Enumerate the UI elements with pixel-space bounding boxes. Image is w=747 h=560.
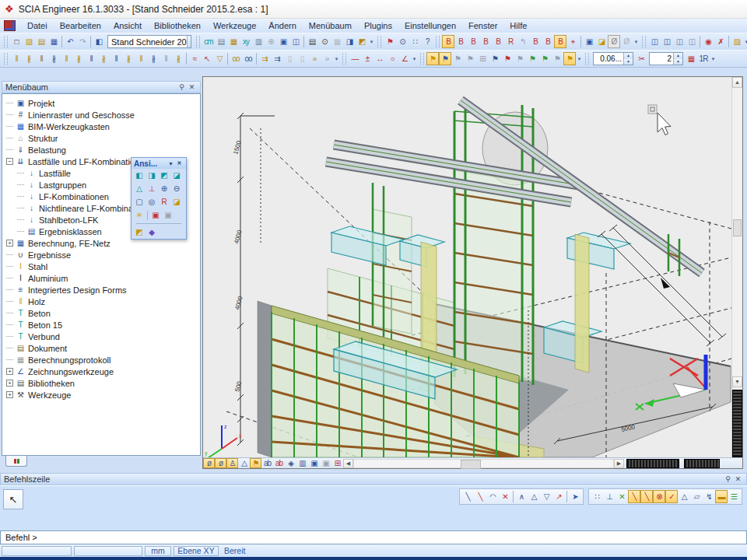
generator-a-button[interactable]: ⇉ xyxy=(258,52,271,65)
clip-plane-1-button[interactable]: ø xyxy=(203,458,215,468)
menu-ndern[interactable]: Ändern xyxy=(262,20,302,31)
close-icon[interactable]: ✕ xyxy=(187,83,197,91)
mesh-view-button[interactable]: ◈ xyxy=(285,458,296,468)
line-mode-red-button[interactable]: ╲ xyxy=(474,490,486,503)
load-step-up-button[interactable]: ▲ xyxy=(674,53,682,59)
tree-item-holz[interactable]: ‖Holz xyxy=(2,296,200,307)
tree-item-belastung[interactable]: ⇓Belastung xyxy=(2,144,200,156)
section-view-button[interactable]: ▥ xyxy=(296,458,308,468)
display-scale[interactable]: 0.06...▲▼ xyxy=(593,52,633,65)
scroll-right-button[interactable]: ▶ xyxy=(614,459,624,468)
paste-view-button[interactable]: ◫ xyxy=(289,35,302,48)
vertical-scroll-thumb[interactable] xyxy=(733,219,742,236)
view-plane-1-button[interactable]: ⚑ xyxy=(426,52,439,65)
toolbar-overflow[interactable]: ▾ xyxy=(743,39,747,45)
toolbar-overflow[interactable]: ▾ xyxy=(710,56,717,62)
cut-tool-button[interactable]: ✂ xyxy=(635,52,647,65)
grid-snap-button[interactable]: ∷ xyxy=(591,490,603,503)
menu-datei[interactable]: Datei xyxy=(21,20,54,31)
pin-icon[interactable]: ⚲ xyxy=(723,475,733,483)
filter-materials-button[interactable]: ‖ xyxy=(160,52,172,65)
visibility-workplane-button[interactable]: B xyxy=(554,35,566,48)
copy-add-view-button[interactable]: ◫ xyxy=(673,35,686,48)
expand-expander[interactable]: + xyxy=(6,368,13,375)
docked-grip-2[interactable] xyxy=(684,459,720,468)
select-previous-button[interactable]: oo xyxy=(230,52,242,65)
tree-item-berechnungsprotokoll[interactable]: ▦Berechnungsprotokoll xyxy=(2,354,200,366)
cursor-tracking-button[interactable]: ➤ xyxy=(569,490,581,503)
filter-load-panels-button[interactable]: ‖ xyxy=(85,52,97,65)
delete-mode-button[interactable]: ✕ xyxy=(499,490,511,503)
table-delete-button[interactable]: ▦ xyxy=(685,52,697,65)
numbering-button[interactable]: 1R xyxy=(697,52,710,65)
labels-on-button[interactable]: ab xyxy=(261,458,273,468)
snapshot-print-button[interactable]: ▣ xyxy=(162,209,174,221)
zoom-in-button[interactable]: ⊕ xyxy=(158,183,170,194)
select-polygon-button[interactable]: ▽ xyxy=(213,52,226,65)
tree-item-projekt[interactable]: ▣Projekt xyxy=(2,97,200,109)
filter-supports-button[interactable]: ∦ xyxy=(47,52,60,65)
display-scale-down-button[interactable]: ▼ xyxy=(624,59,633,65)
filter-layers-button[interactable]: ‖ xyxy=(135,52,147,65)
ortho-snap-button[interactable]: ⊥ xyxy=(603,490,615,503)
arc-mode-button[interactable]: ◠ xyxy=(486,490,499,503)
new-project-button[interactable]: □ xyxy=(10,35,23,48)
filter-cross-sections-button[interactable]: ∦ xyxy=(147,52,160,65)
window-layout-button[interactable]: ◧ xyxy=(93,35,105,48)
save-project-button[interactable]: ▦ xyxy=(47,35,60,48)
window-colored-button[interactable]: ▣ xyxy=(308,458,320,468)
view-plane-4-button[interactable]: ⚑ xyxy=(464,52,476,65)
tree-item-zeichnungswerkzeuge[interactable]: +∠Zeichnungswerkzeuge xyxy=(2,366,200,377)
filter-hinges-button[interactable]: ‖ xyxy=(60,52,72,65)
face-snap-button[interactable]: ▽ xyxy=(540,490,552,503)
tree-item-bim-werkzeugkasten[interactable]: ▦BIM-Werkzeugkasten xyxy=(2,121,200,132)
view-plane-2-button[interactable]: ⚑ xyxy=(439,52,451,65)
scroll-left-button[interactable]: ◀ xyxy=(343,459,353,468)
filter-misc-button[interactable]: ∦ xyxy=(172,52,184,65)
endpoint-snap-button[interactable]: ╲ xyxy=(628,490,640,503)
menu-werkzeuge[interactable]: Werkzeuge xyxy=(207,20,262,31)
model-3d-canvas[interactable]: 1500 4000 4000 500 5000 z xyxy=(203,77,733,457)
vertical-scrollbar[interactable]: ▲ ▼ xyxy=(731,77,742,457)
ansicht-floating-toolbar[interactable]: Ansi... ▼ ✕ ◧◨◩◪△⊥⊕⊖▢◎R◪☀▣▣◩◆ xyxy=(131,157,187,240)
horizontal-scroll-thumb[interactable] xyxy=(461,460,481,469)
visibility-layer-button[interactable]: B xyxy=(454,35,467,48)
point-grid-button[interactable]: ∷ xyxy=(409,35,421,48)
transparent-mode-button[interactable]: Ø xyxy=(620,35,633,48)
visibility-add-selection-button[interactable]: B xyxy=(467,35,479,48)
docked-grip-vertical[interactable] xyxy=(732,390,742,457)
tree-item-stahl[interactable]: ⅠStahl xyxy=(2,261,200,272)
filter-loads-button[interactable]: ∦ xyxy=(72,52,85,65)
table-composer-button[interactable]: ▦ xyxy=(331,35,343,48)
pin-icon[interactable]: ⚲ xyxy=(177,83,187,91)
tree-item-ergebnisse[interactable]: ∪Ergebnisse xyxy=(2,249,200,261)
calculator-button[interactable]: ▦ xyxy=(227,35,240,48)
filter-slabs-button[interactable]: ‖ xyxy=(35,52,47,65)
docked-grip-1[interactable] xyxy=(626,459,679,468)
close-icon[interactable]: ✕ xyxy=(733,475,743,483)
dim-line-button[interactable]: — xyxy=(349,52,361,65)
filter-labels-button[interactable]: ‖ xyxy=(110,52,122,65)
tree-item-struktur[interactable]: ⌂Struktur xyxy=(2,132,200,144)
export-folder-button[interactable]: ▨ xyxy=(731,35,743,48)
filter-nodes-button[interactable]: ‖ xyxy=(10,52,23,65)
center-view-button[interactable]: ⌖ xyxy=(566,35,579,48)
visibility-selection-button[interactable]: B xyxy=(479,35,492,48)
command-input[interactable]: Befehl > xyxy=(0,530,747,544)
copy-special-view-button[interactable]: ◫ xyxy=(686,35,698,48)
menu-bearbeiten[interactable]: Bearbeiten xyxy=(54,20,107,31)
tree-item-linienraster-und-geschosse[interactable]: #Linienraster und Geschosse xyxy=(2,109,200,121)
zoom-all-button[interactable]: ◎ xyxy=(146,196,158,208)
view-plane-3-button[interactable]: ⚑ xyxy=(451,52,464,65)
copy-view-button[interactable]: ◫ xyxy=(648,35,661,48)
view-plane-9-button[interactable]: ⚑ xyxy=(526,52,538,65)
clipping-box-button[interactable]: ◩ xyxy=(133,226,146,238)
ucs-view-button[interactable]: ⊥ xyxy=(146,183,158,194)
named-selection-button[interactable]: ▣ xyxy=(277,35,289,48)
view-x-button[interactable]: ◧ xyxy=(133,170,146,181)
segment-snap-button[interactable]: ↗ xyxy=(552,490,565,503)
render-colors-button[interactable]: ▣ xyxy=(583,35,595,48)
filter-mesh-button[interactable]: ∦ xyxy=(122,52,135,65)
select-by-property-button[interactable]: oo xyxy=(242,52,254,65)
snapshot-button[interactable]: ▣ xyxy=(149,209,162,221)
